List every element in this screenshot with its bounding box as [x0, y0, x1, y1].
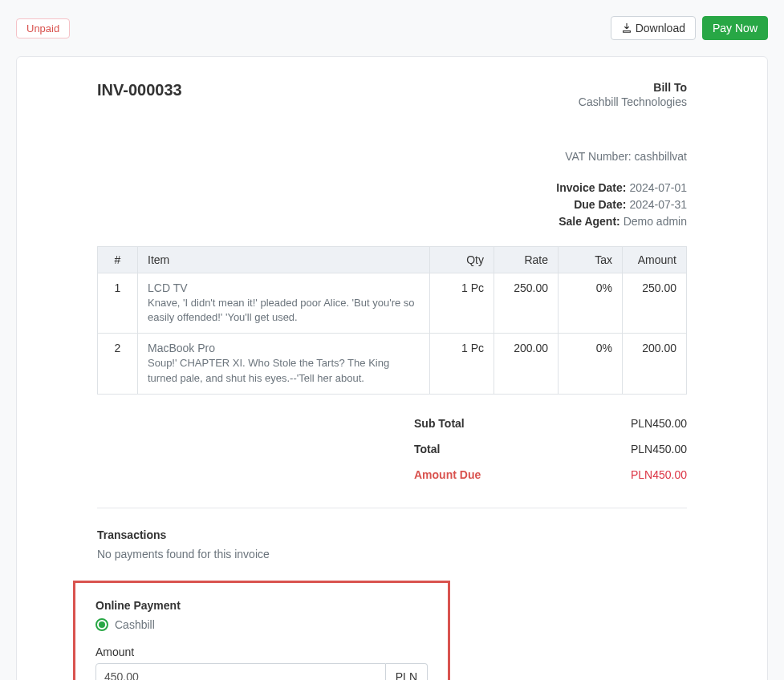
download-label: Download	[636, 22, 685, 34]
table-row: 1 LCD TV Knave, 'I didn't mean it!' plea…	[98, 273, 687, 334]
th-item: Item	[138, 247, 430, 273]
invoice-date-label: Invoice Date:	[556, 181, 626, 194]
th-amount: Amount	[623, 247, 687, 273]
row-qty: 1 Pc	[430, 334, 494, 394]
th-qty: Qty	[430, 247, 494, 273]
invoice-date-row: Invoice Date: 2024-07-01	[97, 180, 687, 196]
invoice-date-value: 2024-07-01	[629, 181, 687, 194]
bill-to-label: Bill To	[579, 81, 687, 94]
sale-agent-value: Demo admin	[624, 215, 687, 228]
item-desc: Soup!' CHAPTER XI. Who Stole the Tarts? …	[148, 356, 420, 385]
item-name: MacBook Pro	[148, 342, 420, 354]
transactions-section: Transactions No payments found for this …	[97, 528, 687, 561]
transactions-title: Transactions	[97, 528, 687, 541]
row-amount: 250.00	[623, 273, 687, 334]
row-amount: 200.00	[623, 334, 687, 394]
radio-label: Cashbill	[115, 618, 155, 631]
row-num: 2	[98, 334, 138, 394]
top-actions: Download Pay Now	[611, 16, 768, 40]
due-date-label: Due Date:	[574, 198, 626, 211]
row-tax: 0%	[559, 334, 623, 394]
sale-agent-label: Sale Agent:	[559, 215, 620, 228]
row-qty: 1 Pc	[430, 273, 494, 334]
radio-icon	[95, 618, 108, 631]
vat-number: VAT Number: cashbillvat	[97, 148, 687, 165]
th-tax: Tax	[559, 247, 623, 273]
download-button[interactable]: Download	[611, 16, 696, 40]
total-value: PLN450.00	[631, 443, 687, 455]
invoice-number: INV-000033	[97, 81, 182, 99]
row-rate: 250.00	[494, 273, 559, 334]
payment-option-cashbill[interactable]: Cashbill	[95, 618, 428, 631]
amount-due-label: Amount Due	[414, 468, 481, 481]
online-payment-box: Online Payment Cashbill Amount PLN Pay N…	[73, 581, 450, 680]
amount-label: Amount	[95, 646, 428, 658]
sale-agent-row: Sale Agent: Demo admin	[97, 213, 687, 230]
online-payment-title: Online Payment	[95, 599, 428, 612]
row-tax: 0%	[559, 273, 623, 334]
amount-input[interactable]	[95, 663, 386, 680]
th-rate: Rate	[494, 247, 559, 273]
items-table: # Item Qty Rate Tax Amount 1 LCD TV Knav…	[97, 246, 687, 395]
pay-now-button[interactable]: Pay Now	[702, 16, 768, 40]
row-num: 1	[98, 273, 138, 334]
total-label: Total	[414, 443, 440, 455]
amount-due-value: PLN450.00	[631, 468, 687, 481]
row-rate: 200.00	[494, 334, 559, 394]
item-desc: Knave, 'I didn't mean it!' pleaded poor …	[148, 296, 420, 325]
transactions-empty: No payments found for this invoice	[97, 548, 687, 561]
subtotal-label: Sub Total	[414, 417, 465, 430]
totals-block: Sub Total PLN450.00 Total PLN450.00 Amou…	[414, 411, 687, 488]
download-icon	[621, 22, 632, 34]
invoice-card: INV-000033 Bill To Cashbill Technologies…	[16, 56, 768, 680]
due-date-value: 2024-07-31	[629, 198, 687, 211]
currency-addon: PLN	[386, 663, 428, 680]
due-date-row: Due Date: 2024-07-31	[97, 196, 687, 213]
table-row: 2 MacBook Pro Soup!' CHAPTER XI. Who Sto…	[98, 334, 687, 394]
subtotal-value: PLN450.00	[631, 417, 687, 430]
bill-to-block: Bill To Cashbill Technologies	[579, 81, 687, 108]
bill-to-name: Cashbill Technologies	[579, 95, 687, 108]
status-badge: Unpaid	[16, 18, 70, 38]
item-name: LCD TV	[148, 281, 420, 294]
th-num: #	[98, 247, 138, 273]
